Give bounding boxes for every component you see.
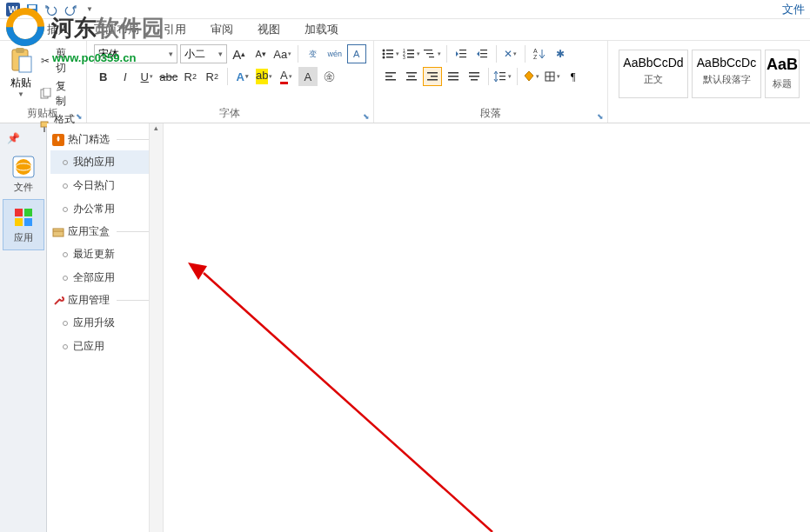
- style-default-para[interactable]: AaBbCcDc 默认段落字: [692, 50, 761, 98]
- clipboard-dialog-launcher[interactable]: ⬊: [76, 112, 83, 121]
- group-clipboard-title: 剪贴板⬊: [7, 106, 79, 121]
- apps-icon: [11, 205, 36, 229]
- svg-rect-35: [385, 76, 392, 77]
- strikethrough-button[interactable]: abc: [159, 67, 178, 86]
- highlight-button[interactable]: ab▾: [255, 67, 274, 86]
- nav-header-hot[interactable]: 热门精选: [50, 129, 159, 150]
- text-effects-button[interactable]: A▾: [233, 67, 252, 86]
- svg-rect-46: [469, 72, 479, 74]
- tab-references[interactable]: 引用: [151, 19, 198, 40]
- group-font: 宋体▾ 小二▾ A▴ A▾ Aa▾ 变 wén A B I U▾ abc R2 …: [87, 41, 374, 123]
- document-canvas[interactable]: [164, 123, 810, 532]
- nav-item-recent[interactable]: 最近更新: [50, 243, 159, 266]
- nav-scrollbar[interactable]: ▴: [149, 123, 163, 532]
- nav-header-manage[interactable]: 应用管理: [50, 289, 159, 311]
- file-menu-link[interactable]: 文件: [782, 2, 805, 17]
- svg-rect-43: [448, 72, 459, 74]
- show-marks-button[interactable]: ¶: [564, 67, 583, 86]
- decrease-indent-button[interactable]: [452, 44, 471, 63]
- shading-button[interactable]: ▾: [522, 67, 541, 86]
- svg-rect-44: [448, 76, 459, 77]
- main-area: 📌 文件 应用 热门精选 我的应用 今日热门 办公常用 应用宝盒 最近更: [0, 123, 810, 532]
- box-icon: [52, 226, 64, 238]
- line-spacing-button[interactable]: ▾: [493, 67, 512, 86]
- font-name-combo[interactable]: 宋体▾: [94, 44, 177, 63]
- qat-save-button[interactable]: [24, 2, 40, 17]
- asian-layout-button[interactable]: ✕▾: [501, 44, 520, 63]
- align-left-button[interactable]: [381, 67, 400, 86]
- svg-rect-29: [480, 50, 487, 50]
- subscript-button[interactable]: R2: [181, 67, 200, 86]
- align-right-button[interactable]: [423, 67, 442, 86]
- rail-apps-button[interactable]: 应用: [3, 199, 44, 250]
- nav-item-my-apps[interactable]: 我的应用: [50, 150, 159, 174]
- nav-item-all[interactable]: 全部应用: [50, 266, 159, 289]
- numbering-button[interactable]: 123▾: [402, 44, 421, 63]
- multilevel-list-button[interactable]: ▾: [423, 44, 442, 63]
- cut-button[interactable]: ✂剪切: [35, 44, 79, 77]
- svg-rect-18: [407, 50, 414, 51]
- svg-rect-8: [44, 88, 50, 96]
- bullets-button[interactable]: ▾: [381, 44, 400, 63]
- ribbon: 粘贴 ▼ ✂剪切 复制 格式刷 剪贴板⬊ 宋体▾ 小二▾ A▴ A▾ Aa▾ 变…: [0, 40, 810, 123]
- qat-redo-button[interactable]: [63, 2, 78, 17]
- tab-insert[interactable]: 插入: [35, 19, 82, 40]
- pin-icon[interactable]: 📌: [7, 132, 20, 144]
- show-hide-button[interactable]: ✱: [551, 44, 570, 63]
- svg-rect-41: [431, 76, 438, 77]
- increase-indent-button[interactable]: [472, 44, 492, 63]
- svg-rect-24: [426, 53, 433, 54]
- svg-rect-49: [499, 72, 505, 73]
- svg-rect-61: [24, 218, 32, 226]
- svg-rect-42: [427, 79, 438, 81]
- shrink-font-button[interactable]: A▾: [251, 44, 271, 63]
- underline-button[interactable]: U▾: [137, 67, 157, 86]
- enclose-button[interactable]: ㊎: [320, 67, 339, 86]
- nav-item-applied[interactable]: 已应用: [50, 335, 159, 358]
- nav-item-upgrade[interactable]: 应用升级: [50, 311, 159, 335]
- svg-rect-3: [29, 5, 36, 9]
- borders-button[interactable]: ▾: [543, 67, 562, 86]
- svg-point-56: [16, 159, 31, 175]
- rail-file-button[interactable]: 文件: [3, 150, 44, 199]
- ribbon-tabs: 插入 页面布局 引用 审阅 视图 加载项: [0, 19, 810, 40]
- grow-font-button[interactable]: A▴: [230, 44, 249, 63]
- distribute-button[interactable]: [465, 67, 484, 86]
- tab-page-layout[interactable]: 页面布局: [82, 19, 151, 40]
- sort-button[interactable]: AZ: [530, 44, 549, 63]
- svg-rect-22: [407, 57, 414, 58]
- nav-header-box[interactable]: 应用宝盒: [50, 221, 159, 243]
- font-dialog-launcher[interactable]: ⬊: [363, 112, 370, 121]
- svg-rect-31: [480, 57, 487, 57]
- paragraph-dialog-launcher[interactable]: ⬊: [597, 112, 604, 121]
- font-size-combo[interactable]: 小二▾: [180, 44, 227, 63]
- char-shading-button[interactable]: A: [298, 67, 318, 86]
- char-border-button[interactable]: A: [347, 44, 366, 63]
- style-heading[interactable]: AaB 标题: [765, 50, 800, 98]
- svg-rect-27: [459, 53, 466, 54]
- svg-rect-39: [406, 79, 417, 81]
- paste-button[interactable]: 粘贴 ▼: [7, 44, 35, 105]
- svg-marker-66: [188, 263, 207, 280]
- style-normal[interactable]: AaBbCcDd 正文: [619, 50, 688, 98]
- svg-rect-50: [499, 76, 505, 76]
- tab-review[interactable]: 审阅: [198, 19, 245, 40]
- nav-item-today-hot[interactable]: 今日热门: [50, 174, 159, 197]
- svg-rect-16: [386, 57, 393, 58]
- italic-button[interactable]: I: [116, 67, 135, 86]
- tab-view[interactable]: 视图: [245, 19, 292, 40]
- enclose-char-button[interactable]: wén: [325, 44, 345, 63]
- nav-item-office[interactable]: 办公常用: [50, 197, 159, 221]
- font-color-button[interactable]: A▾: [277, 67, 296, 86]
- superscript-button[interactable]: R2: [203, 67, 222, 86]
- qat-customize-button[interactable]: ▼: [82, 2, 97, 17]
- svg-rect-36: [385, 79, 396, 81]
- qat-undo-button[interactable]: [44, 2, 59, 17]
- change-case-button[interactable]: Aa▾: [273, 44, 292, 63]
- globe-icon: [11, 155, 36, 179]
- bold-button[interactable]: B: [94, 67, 113, 86]
- phonetic-guide-button[interactable]: 变: [304, 44, 323, 63]
- justify-button[interactable]: [444, 67, 463, 86]
- tab-addins[interactable]: 加载项: [292, 19, 351, 40]
- align-center-button[interactable]: [402, 67, 421, 86]
